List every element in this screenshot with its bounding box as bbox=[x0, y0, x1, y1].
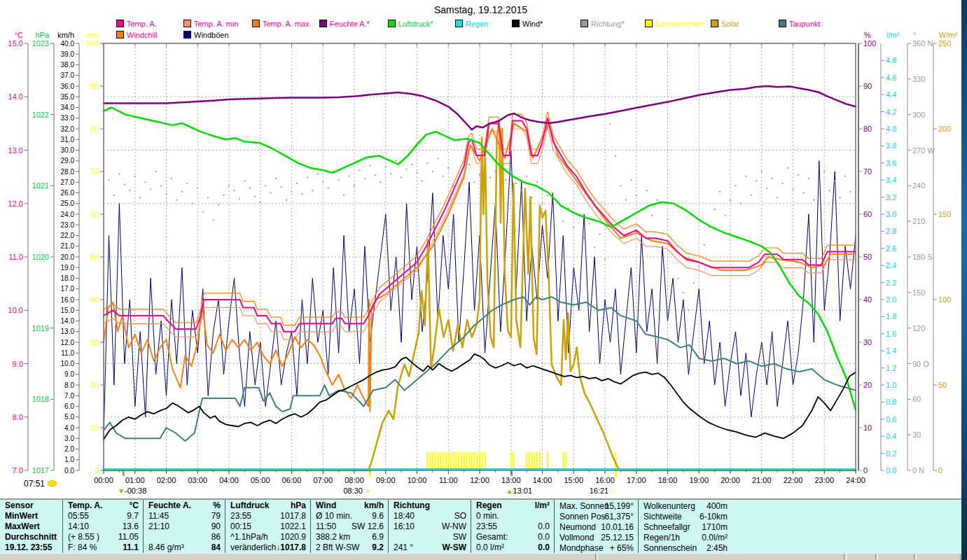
series-richtung bbox=[542, 203, 543, 204]
series-richtung bbox=[651, 215, 653, 216]
table-cell: Mondphase bbox=[559, 543, 604, 554]
series-richtung bbox=[761, 171, 763, 172]
table-cell: Regen bbox=[476, 500, 502, 511]
series-richtung bbox=[113, 195, 115, 196]
series-richtung bbox=[489, 176, 491, 178]
table-row: Max. Sonnen15,199° bbox=[555, 501, 638, 512]
table-cell: 2:45h bbox=[707, 543, 728, 554]
axis-tick-label: 17:00 bbox=[627, 476, 646, 484]
table-row: veränderlich↓1017.8 bbox=[225, 542, 310, 553]
axis-tick-label: 14:00 bbox=[533, 476, 552, 484]
axis-tick-label: 19:00 bbox=[689, 476, 709, 484]
table-cell: Wolkenunterg bbox=[643, 501, 695, 512]
table-row: Ø 10 min.9.6 bbox=[311, 511, 388, 522]
series-richtung bbox=[176, 200, 177, 201]
axis-tick-label: 3.2 bbox=[886, 193, 896, 202]
series-richtung bbox=[390, 173, 391, 174]
axis-tick-label: 19.0 bbox=[61, 264, 75, 272]
axis-tick-label: 7.0 bbox=[64, 392, 74, 400]
axis-tick-label: 7.0 bbox=[13, 466, 23, 475]
axis-tick-label: 3.8 bbox=[886, 141, 896, 150]
table-cell: Durchschnitt bbox=[5, 532, 57, 542]
table-row: Windkm/h bbox=[311, 500, 388, 511]
axis-tick-label: 07:00 bbox=[313, 476, 333, 484]
series-richtung bbox=[343, 195, 345, 196]
axis-tick-label: 10 bbox=[90, 424, 99, 432]
axis-tick-label: 22:00 bbox=[784, 476, 803, 484]
table-cell: 15,199° bbox=[604, 501, 634, 512]
series-richtung bbox=[417, 172, 418, 174]
axis-tick-label: 24:00 bbox=[846, 476, 865, 484]
table-row: MinWert bbox=[0, 511, 62, 522]
series-richtung bbox=[349, 176, 350, 177]
table-cell: Gesamt: bbox=[476, 532, 508, 542]
table-cell: Vollmond bbox=[559, 533, 594, 543]
series-richtung bbox=[599, 234, 601, 235]
axis-tick-label: 30 bbox=[912, 430, 921, 439]
series-richtung bbox=[213, 219, 214, 220]
series-richtung bbox=[526, 176, 527, 177]
table-cell: km/h bbox=[364, 500, 384, 511]
series-richtung bbox=[829, 190, 830, 191]
series-richtung bbox=[844, 176, 846, 177]
axis-tick-label: 0.0 bbox=[886, 466, 896, 475]
series-richtung bbox=[181, 191, 183, 192]
table-cell: Max. Sonnen bbox=[559, 501, 609, 512]
axis-tick-label: 34.0 bbox=[61, 104, 75, 111]
axis-tick-label: 360 N bbox=[912, 39, 933, 48]
axis-tick-label: % bbox=[864, 31, 871, 39]
table-row: SW bbox=[389, 532, 471, 542]
axis-tick-label: 35.0 bbox=[61, 93, 75, 101]
table-cell: 11:50 bbox=[316, 522, 336, 532]
table-cell: 23:55 bbox=[230, 511, 251, 522]
series-richtung bbox=[166, 193, 167, 195]
series-sonnenschein bbox=[445, 452, 447, 470]
axis-tick-label: 20 bbox=[90, 381, 99, 389]
table-cell: 0.0 bbox=[538, 532, 550, 542]
status-bar-divider bbox=[844, 554, 847, 560]
series-sonnenschein bbox=[468, 452, 470, 470]
axis-tick-label: 100 bbox=[86, 39, 99, 48]
status-bar-divider bbox=[595, 554, 598, 560]
series-richtung bbox=[301, 193, 302, 195]
series-sonnenschein bbox=[565, 452, 566, 470]
axis-tick-label: 26.0 bbox=[61, 189, 75, 197]
series-sonnenschein bbox=[447, 452, 449, 470]
table-row: 86 bbox=[144, 532, 225, 542]
table-cell: 79 bbox=[211, 511, 221, 522]
series-sonnenschein bbox=[473, 452, 475, 470]
axis-tick-label: 0.8 bbox=[886, 398, 896, 406]
series-richtung bbox=[730, 200, 731, 201]
axis-tick-label: 100 bbox=[863, 39, 876, 48]
axis-tick-label: 330 bbox=[912, 75, 925, 83]
table-cell: W-SW bbox=[443, 542, 466, 553]
axis-tick-label: 40 bbox=[90, 295, 99, 304]
axis-tick-label: 02:00 bbox=[157, 476, 176, 484]
desktop-background-strip bbox=[961, 0, 967, 560]
axis-tick-label: 15:00 bbox=[564, 476, 583, 484]
axis-tick-label: 33.0 bbox=[61, 114, 75, 122]
series-richtung bbox=[798, 174, 799, 176]
table-cell: 11.05 bbox=[118, 532, 139, 542]
axis-tick-label: 18.0 bbox=[61, 274, 75, 282]
series-richtung bbox=[286, 200, 287, 201]
axis-tick-label: 10.0 bbox=[61, 360, 75, 368]
table-cell: + 65% bbox=[610, 543, 634, 554]
series-richtung bbox=[777, 197, 778, 198]
table-cell: Wind bbox=[316, 500, 336, 511]
series-sonnenschein bbox=[529, 452, 530, 470]
series-richtung bbox=[260, 202, 261, 203]
series-richtung bbox=[207, 197, 209, 198]
series-richtung bbox=[406, 169, 408, 170]
series-sonnenschein bbox=[526, 452, 527, 470]
table-cell: (+ 8.55 ) bbox=[68, 532, 99, 542]
table-row: 11:4579 bbox=[144, 511, 225, 522]
series-richtung bbox=[155, 171, 157, 172]
axis-tick-label: 80 bbox=[863, 125, 872, 133]
series-richtung bbox=[317, 173, 319, 174]
axis-tick-label: km/h bbox=[57, 31, 74, 39]
axis-tick-label: 30.0 bbox=[61, 146, 75, 154]
series-sonnenschein bbox=[461, 452, 462, 470]
series-richtung bbox=[834, 181, 835, 182]
axis-tick-label: 18:00 bbox=[658, 476, 678, 484]
